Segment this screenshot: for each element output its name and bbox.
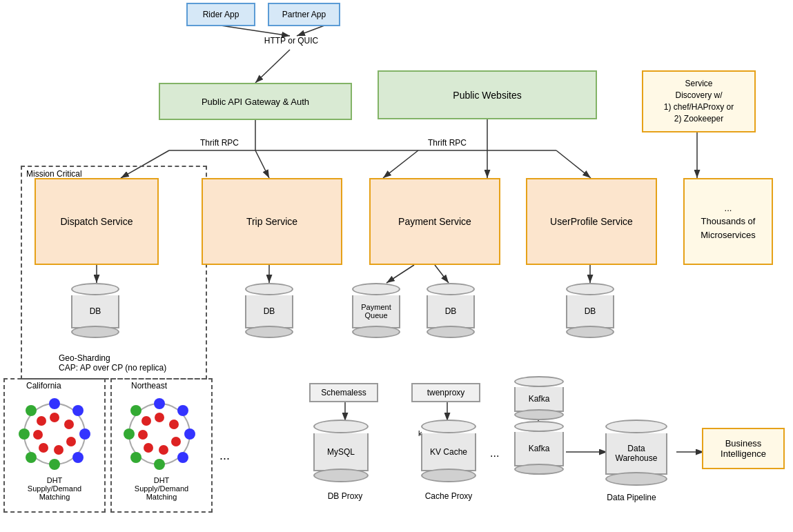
- dht-supply-2-label: DHT Supply/Demand Matching: [110, 476, 213, 501]
- rider-app-box: Rider App: [186, 3, 255, 26]
- thousands-microservices-box: ... Thousands of Microservices: [683, 178, 773, 265]
- rider-app-label: Rider App: [203, 10, 239, 19]
- svg-point-50: [169, 420, 179, 429]
- kv-cache-label: KV Cache: [430, 447, 467, 457]
- svg-line-3: [297, 26, 324, 36]
- svg-point-39: [37, 416, 46, 426]
- data-warehouse-cylinder: Data Warehouse: [605, 420, 667, 486]
- public-api-box: Public API Gateway & Auth: [159, 83, 352, 120]
- svg-line-4: [255, 50, 290, 83]
- db-userprofile-cylinder: DB: [566, 283, 614, 338]
- svg-point-27: [79, 428, 90, 440]
- data-warehouse-label: Data Warehouse: [616, 444, 658, 463]
- thrift-rpc-1-label: Thrift RPC: [200, 138, 239, 148]
- dht-supply-1-label: DHT Supply/Demand Matching: [3, 476, 106, 501]
- db-trip-label: DB: [264, 306, 275, 316]
- twenproxy-box: twenproxy: [411, 383, 480, 402]
- trip-service-box: Trip Service: [202, 178, 342, 265]
- svg-point-32: [26, 405, 37, 416]
- svg-point-44: [177, 452, 188, 463]
- userprofile-service-box: UserProfile Service: [526, 178, 657, 265]
- svg-point-46: [130, 452, 141, 463]
- payment-service-label: Payment Service: [398, 216, 471, 227]
- california-ring-svg: [14, 393, 95, 475]
- kafka-top-cylinder: Kafka: [514, 376, 564, 420]
- svg-point-38: [33, 430, 43, 440]
- svg-point-25: [49, 398, 60, 409]
- http-quic-label: HTTP or QUIC: [250, 36, 333, 46]
- partner-app-box: Partner App: [268, 3, 340, 26]
- svg-line-7: [255, 150, 269, 178]
- partner-app-label: Partner App: [282, 10, 326, 19]
- public-websites-box: Public Websites: [378, 70, 597, 119]
- dispatch-service-box: Dispatch Service: [35, 178, 159, 265]
- northeast-label: Northeast: [131, 381, 167, 391]
- svg-point-34: [64, 420, 74, 429]
- mission-critical-label: Mission Critical: [26, 169, 82, 179]
- svg-point-26: [72, 405, 84, 416]
- svg-point-29: [49, 459, 60, 470]
- architecture-diagram: Rider App Partner App HTTP or QUIC Publi…: [0, 0, 793, 532]
- svg-point-51: [171, 437, 181, 446]
- public-websites-label: Public Websites: [453, 90, 521, 101]
- public-api-label: Public API Gateway & Auth: [202, 97, 309, 107]
- db-userprofile-label: DB: [585, 306, 596, 316]
- svg-point-28: [72, 452, 84, 463]
- svg-point-53: [144, 443, 153, 453]
- payment-queue-cylinder: Payment Queue: [352, 283, 400, 338]
- mysql-cylinder: MySQL: [313, 420, 369, 482]
- payment-queue-label: Payment Queue: [361, 303, 391, 319]
- svg-line-2: [221, 26, 290, 36]
- kafka-bottom-cylinder: Kafka: [514, 421, 564, 475]
- db-payment-label: DB: [445, 306, 457, 316]
- db-proxy-label: DB Proxy: [314, 491, 376, 501]
- svg-point-49: [155, 413, 164, 422]
- schemaless-box: Schemaless: [309, 383, 378, 402]
- db-dispatch-label: DB: [90, 306, 101, 316]
- svg-point-42: [177, 405, 188, 416]
- svg-point-55: [141, 416, 151, 426]
- payment-service-box: Payment Service: [369, 178, 500, 265]
- db-payment-cylinder: DB: [427, 283, 475, 338]
- kafka-top-label: Kafka: [529, 394, 550, 404]
- svg-point-45: [154, 459, 165, 470]
- userprofile-service-label: UserProfile Service: [550, 216, 633, 227]
- svg-line-9: [383, 150, 418, 178]
- svg-point-43: [184, 428, 195, 440]
- trip-service-label: Trip Service: [246, 216, 297, 227]
- service-discovery-box: Service Discovery w/ 1) chef/HAProxy or …: [642, 70, 756, 132]
- geo-sharding-label: Geo-Sharding CAP: AP over CP (no replica…: [59, 353, 166, 373]
- svg-point-54: [138, 430, 148, 440]
- northeast-ring-svg: [119, 393, 200, 475]
- svg-point-52: [159, 445, 168, 455]
- mysql-label: MySQL: [327, 447, 355, 457]
- service-discovery-label: Service Discovery w/ 1) chef/HAProxy or …: [664, 78, 734, 124]
- business-intelligence-label: Business Intelligence: [721, 438, 766, 459]
- db-trip-cylinder: DB: [245, 283, 293, 338]
- svg-point-33: [50, 413, 59, 422]
- svg-point-35: [66, 437, 76, 446]
- svg-point-48: [130, 405, 141, 416]
- kv-cache-cylinder: KV Cache: [421, 420, 476, 482]
- svg-point-37: [39, 443, 48, 453]
- dispatch-service-label: Dispatch Service: [60, 216, 133, 227]
- svg-line-16: [435, 265, 449, 283]
- cache-proxy-label: Cache Proxy: [418, 491, 480, 501]
- svg-point-41: [154, 398, 165, 409]
- business-intelligence-box: Business Intelligence: [702, 428, 785, 469]
- data-pipeline-label: Data Pipeline: [594, 493, 669, 502]
- schemaless-label: Schemaless: [321, 388, 366, 397]
- kafka-bottom-label: Kafka: [529, 444, 550, 453]
- thousands-microservices-label: ... Thousands of Microservices: [701, 201, 755, 242]
- svg-line-11: [556, 150, 591, 178]
- svg-point-30: [26, 452, 37, 463]
- svg-point-31: [19, 428, 30, 440]
- dots-between-label: ...: [219, 449, 230, 463]
- dots-cache-label: ...: [490, 447, 499, 460]
- california-label: California: [26, 381, 61, 391]
- svg-point-47: [124, 428, 135, 440]
- twenproxy-label: twenproxy: [427, 388, 465, 397]
- svg-line-15: [386, 265, 414, 283]
- thrift-rpc-2-label: Thrift RPC: [428, 138, 467, 148]
- db-dispatch-cylinder: DB: [71, 283, 119, 338]
